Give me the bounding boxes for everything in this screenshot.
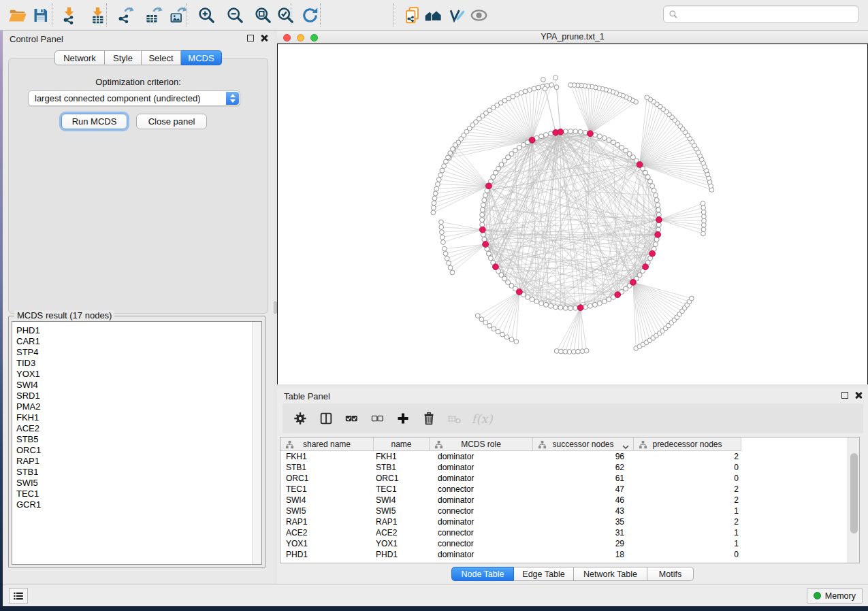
cell-shared-name[interactable]: PHD1 (280, 549, 374, 560)
select-all-icon[interactable] (343, 410, 359, 427)
tab-network-table[interactable]: Network Table (574, 567, 647, 581)
network-node[interactable] (481, 203, 485, 208)
network-node[interactable] (689, 296, 694, 301)
cell-shared-name[interactable]: SWI5 (280, 506, 374, 516)
network-node[interactable] (493, 170, 498, 175)
cell-shared-name[interactable]: STB1 (280, 462, 374, 473)
network-node[interactable] (554, 85, 559, 90)
network-node[interactable] (433, 191, 438, 196)
network-node[interactable] (645, 95, 649, 100)
network-node[interactable] (496, 329, 500, 334)
network-node[interactable] (432, 196, 437, 201)
network-view-titlebar[interactable]: YPA_prune.txt_1 (277, 31, 868, 44)
cell-MCDS-role[interactable]: connector (430, 484, 533, 495)
mcds-result-item[interactable]: PMA2 (12, 401, 261, 412)
mcds-result-item[interactable]: STB5 (12, 434, 261, 445)
tab-select[interactable]: Select (142, 50, 181, 65)
mcds-result-item[interactable]: RAP1 (12, 456, 261, 467)
column-header-predecessor-nodes[interactable]: predecessor nodes (634, 437, 741, 451)
table-panel-close-button[interactable] (854, 391, 863, 399)
network-node[interactable] (597, 134, 602, 139)
toggle-panes-icon[interactable] (318, 410, 334, 427)
tab-mcds[interactable]: MCDS (181, 50, 222, 65)
cell-name[interactable]: ORC1 (374, 473, 430, 484)
network-node[interactable] (451, 147, 455, 152)
network-node[interactable] (654, 198, 659, 203)
network-node[interactable] (701, 227, 706, 232)
tab-network[interactable]: Network (54, 50, 105, 65)
cell-MCDS-role[interactable]: dominator (430, 473, 533, 484)
cell-name[interactable]: RAP1 (374, 516, 430, 527)
network-node[interactable] (480, 208, 485, 212)
network-node[interactable] (607, 137, 611, 142)
mcds-result-item[interactable]: SWI5 (12, 478, 261, 489)
network-node[interactable] (448, 265, 453, 270)
network-node[interactable] (553, 76, 558, 80)
network-node[interactable] (558, 306, 563, 310)
network-node[interactable] (443, 246, 447, 251)
task-history-button[interactable] (9, 588, 28, 604)
mcds-result-item[interactable]: CAR1 (12, 336, 261, 347)
network-node[interactable] (578, 129, 583, 134)
cell-name[interactable]: PHD1 (374, 549, 430, 560)
network-node[interactable] (653, 242, 658, 247)
table-row[interactable]: YOX1YOX1connector291 (280, 538, 848, 549)
cell-MCDS-role[interactable]: dominator (430, 495, 533, 506)
mcds-hub-node[interactable] (630, 280, 637, 286)
import-network-icon[interactable] (59, 5, 79, 25)
cell-shared-name[interactable]: ORC1 (280, 473, 374, 484)
network-node[interactable] (488, 256, 493, 261)
network-node[interactable] (584, 348, 589, 353)
search-field[interactable] (663, 5, 859, 23)
column-header-name[interactable]: name (374, 437, 430, 451)
cell-name[interactable]: SWI4 (374, 495, 430, 506)
cell-MCDS-role[interactable]: dominator (430, 451, 533, 462)
network-node[interactable] (611, 140, 615, 145)
network-node[interactable] (448, 151, 453, 156)
table-row[interactable]: SWI4SWI4dominator462 (280, 495, 848, 506)
network-node[interactable] (526, 295, 530, 299)
save-session-icon[interactable] (30, 5, 50, 25)
mcds-list-scrollbar[interactable] (252, 322, 261, 564)
network-node[interactable] (652, 188, 656, 193)
network-node[interactable] (439, 220, 444, 225)
table-row[interactable]: FKH1FKH1dominator962 (280, 451, 848, 462)
network-node[interactable] (553, 305, 558, 310)
export-table-icon[interactable] (143, 5, 163, 25)
network-node[interactable] (479, 317, 484, 322)
table-scrollbar-thumb[interactable] (850, 453, 858, 533)
mcds-result-item[interactable]: ORC1 (12, 445, 261, 456)
network-node[interactable] (568, 83, 573, 88)
label-visibility-icon[interactable] (446, 5, 466, 25)
column-header-MCDS-role[interactable]: MCDS role (430, 437, 533, 451)
cell-MCDS-role[interactable]: connector (430, 538, 533, 549)
network-node[interactable] (509, 337, 514, 342)
cell-predecessor-nodes[interactable]: 2 (634, 495, 741, 506)
tab-node-table[interactable]: Node Table (451, 567, 514, 581)
mcds-result-item[interactable]: FKH1 (12, 412, 261, 423)
network-node[interactable] (653, 193, 658, 198)
network-node[interactable] (539, 301, 544, 306)
mcds-hub-node[interactable] (643, 264, 649, 270)
network-node[interactable] (615, 142, 620, 147)
run-mcds-button[interactable]: Run MCDS (61, 114, 127, 129)
cell-name[interactable]: TEC1 (374, 484, 430, 495)
mcds-hub-node[interactable] (637, 162, 643, 168)
network-node[interactable] (701, 205, 706, 210)
network-node[interactable] (483, 320, 488, 325)
network-node[interactable] (434, 186, 439, 191)
network-node[interactable] (500, 332, 505, 337)
cell-predecessor-nodes[interactable]: 2 (634, 451, 741, 462)
network-node[interactable] (532, 86, 536, 91)
network-node[interactable] (563, 129, 568, 134)
column-header-shared-name[interactable]: shared name (280, 437, 374, 451)
network-node[interactable] (480, 218, 485, 222)
cell-predecessor-nodes[interactable]: 1 (634, 527, 741, 538)
cell-shared-name[interactable]: TEC1 (280, 484, 374, 495)
network-node[interactable] (446, 155, 451, 160)
network-node[interactable] (436, 182, 440, 186)
mcds-hub-node[interactable] (529, 137, 535, 144)
cell-name[interactable]: YOX1 (374, 538, 430, 549)
network-node[interactable] (656, 227, 661, 232)
zoom-out-icon[interactable] (225, 5, 245, 25)
